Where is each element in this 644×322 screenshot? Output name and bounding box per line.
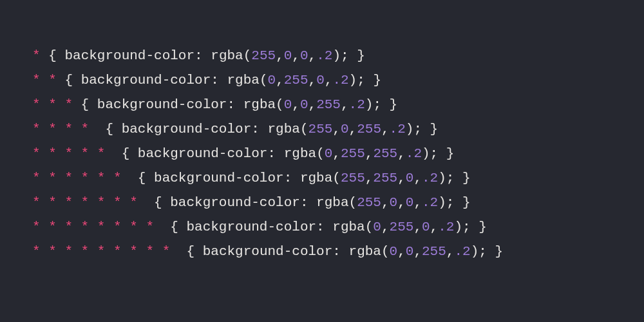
css-selector: * * * * * * * * * [32, 244, 170, 259]
num-g: 255 [373, 171, 397, 185]
comma: , [308, 97, 317, 112]
brace-open: { [122, 171, 154, 185]
brace-open: { [89, 122, 121, 137]
css-property: background-color [64, 48, 194, 63]
paren-open: ( [260, 73, 268, 88]
colon: : [227, 97, 243, 112]
code-line: * * * { background-color: rgba(0,0,255,.… [32, 93, 612, 117]
comma: , [397, 244, 406, 259]
num-r: 0 [325, 146, 333, 161]
num-g: 0 [284, 48, 292, 63]
brace-open: { [154, 220, 186, 234]
brace-open: { [57, 73, 81, 88]
brace-open: { [170, 244, 202, 259]
line-close: ); } [406, 122, 438, 137]
css-property: background-color [122, 122, 252, 137]
num-b: 255 [373, 146, 397, 161]
comma: , [413, 195, 422, 210]
code-line: * * * * * * * { background-color: rgba(2… [32, 191, 612, 215]
paren-open: ( [243, 48, 252, 63]
comma: , [430, 220, 439, 234]
num-alpha: .2 [316, 48, 332, 63]
num-g: 255 [341, 146, 365, 161]
num-b: 0 [422, 220, 430, 234]
css-code-snippet: * { background-color: rgba(255,0,0,.2); … [0, 0, 644, 264]
num-r: 0 [373, 220, 381, 234]
comma: , [276, 73, 284, 88]
num-r: 255 [308, 122, 333, 137]
code-line: * * * * { background-color: rgba(255,0,2… [32, 117, 612, 142]
code-line: * * * * * * * * { background-color: rgba… [32, 215, 612, 240]
css-selector: * * * * * [32, 146, 105, 161]
comma: , [381, 220, 390, 234]
css-property: background-color [81, 73, 211, 88]
line-close: ); } [422, 146, 454, 161]
colon: : [316, 220, 332, 234]
num-alpha: .2 [438, 220, 454, 234]
comma: , [308, 48, 317, 63]
code-line: * * * * * { background-color: rgba(0,255… [32, 142, 612, 166]
comma: , [332, 122, 341, 137]
num-g: 0 [390, 195, 398, 210]
css-property: background-color [186, 220, 316, 234]
line-close: ); } [454, 220, 486, 234]
colon: : [251, 122, 267, 137]
colon: : [267, 146, 283, 161]
num-g: 0 [341, 122, 349, 137]
num-g: 255 [284, 73, 308, 88]
brace-open: { [138, 195, 170, 210]
css-property: background-color [97, 97, 227, 112]
comma: , [413, 220, 422, 234]
line-close: ); } [349, 73, 381, 88]
css-property: background-color [138, 146, 268, 161]
css-function: rgba [332, 220, 365, 234]
num-b: 0 [316, 73, 325, 88]
num-g: 0 [300, 97, 308, 112]
num-b: 255 [316, 97, 341, 112]
num-r: 0 [284, 97, 292, 112]
css-selector: * * * * * * [32, 171, 122, 185]
css-selector: * [32, 48, 41, 63]
num-b: 255 [422, 244, 446, 259]
comma: , [413, 244, 422, 259]
colon: : [194, 48, 211, 63]
line-close: ); } [438, 195, 470, 210]
css-property: background-color [170, 195, 300, 210]
paren-open: ( [332, 171, 341, 185]
num-alpha: .2 [406, 146, 422, 161]
num-g: 0 [406, 244, 414, 259]
colon: : [332, 244, 348, 259]
comma: , [446, 244, 455, 259]
css-function: rgba [284, 146, 316, 161]
brace-open: { [41, 48, 65, 63]
code-line: * * { background-color: rgba(0,255,0,.2)… [32, 68, 612, 93]
line-close: ); } [365, 97, 397, 112]
num-r: 255 [251, 48, 276, 63]
comma: , [292, 48, 300, 63]
comma: , [332, 146, 341, 161]
code-line: * { background-color: rgba(255,0,0,.2); … [32, 44, 612, 68]
comma: , [365, 171, 374, 185]
css-function: rgba [316, 195, 348, 210]
comma: , [308, 73, 317, 88]
css-function: rgba [300, 171, 332, 185]
comma: , [397, 146, 406, 161]
comma: , [365, 146, 374, 161]
num-r: 255 [357, 195, 381, 210]
css-selector: * * * * * * * * [32, 220, 154, 234]
num-g: 255 [390, 220, 414, 234]
num-b: 255 [357, 122, 381, 137]
paren-open: ( [365, 220, 374, 234]
css-function: rgba [211, 48, 243, 63]
code-line: * * * * * * * * * { background-color: rg… [32, 240, 612, 264]
num-r: 0 [390, 244, 398, 259]
comma: , [292, 97, 300, 112]
num-b: 0 [300, 48, 308, 63]
comma: , [413, 171, 422, 185]
css-function: rgba [349, 244, 381, 259]
line-close: ); } [471, 244, 503, 259]
num-r: 0 [268, 73, 276, 88]
colon: : [211, 73, 227, 88]
comma: , [381, 195, 390, 210]
num-alpha: .2 [349, 97, 365, 112]
